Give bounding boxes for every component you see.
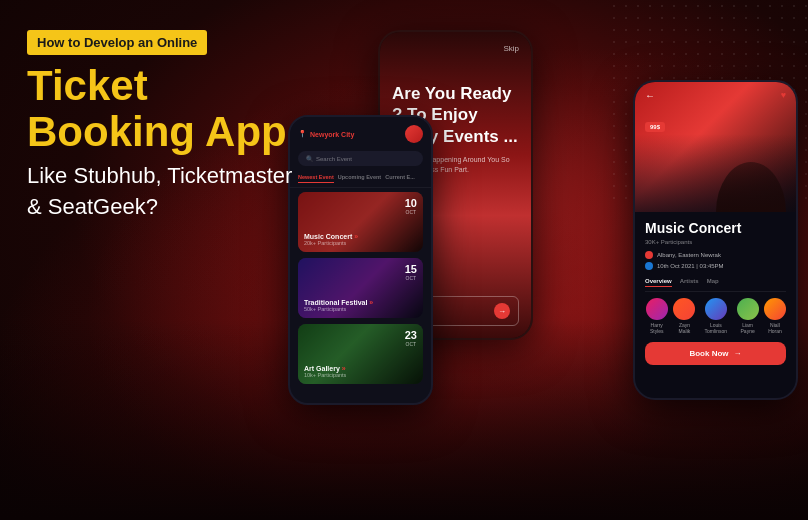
subtitle-line2: & SeatGeek?	[27, 194, 158, 219]
event-detail-hero: ← ♥ 99$	[635, 82, 796, 212]
event-datetime-text: 10th Oct 2021 | 03:45PM	[657, 263, 724, 269]
tab-artists[interactable]: Artists	[680, 278, 699, 287]
event-participants-festival: 50k+ Participants	[304, 306, 417, 312]
artist-name-1: Harry Styles	[645, 322, 668, 334]
subtitle: Like Stubhub, Ticketmaster & SeatGeek?	[27, 161, 327, 223]
artist-5: Niall Horan	[764, 298, 786, 334]
artist-silhouette	[716, 112, 786, 212]
event-participants-gallery: 10k+ Participants	[304, 372, 417, 378]
tab-map[interactable]: Map	[707, 278, 719, 287]
event-datetime-row: 10th Oct 2021 | 03:45PM	[645, 262, 786, 270]
artist-name-2: Zayn Malik	[673, 322, 695, 334]
skip-label[interactable]: Skip	[392, 44, 519, 53]
book-now-button[interactable]: Book Now →	[645, 342, 786, 365]
artists-row: Harry Styles Zayn Malik Louis Tomlinson …	[645, 298, 786, 334]
detail-tabs: Overview Artists Map	[645, 278, 786, 292]
event-card-content-gallery: Art Gallery » 10k+ Participants	[298, 324, 423, 384]
artist-2: Zayn Malik	[673, 298, 695, 334]
favorite-button[interactable]: ♥	[781, 90, 786, 100]
artist-avatar-5	[764, 298, 786, 320]
event-participants-concert: 20k+ Participants	[304, 240, 417, 246]
event-detail-participants: 30K+ Participants	[645, 239, 786, 245]
tab-current[interactable]: Current E...	[385, 174, 415, 183]
event-title-concert: Music Concert »	[304, 233, 417, 240]
subtitle-line1: Like Stubhub, Ticketmaster	[27, 163, 292, 188]
next-arrow-icon: →	[494, 303, 510, 319]
hero-text-block: How to Develop an Online Ticket Booking …	[27, 30, 327, 223]
artist-avatar-3	[705, 298, 727, 320]
event-card-gallery[interactable]: Art Gallery » 10k+ Participants 23 Oct	[298, 324, 423, 384]
back-button[interactable]: ←	[645, 90, 655, 101]
artist-4: Liam Payne	[736, 298, 759, 334]
event-detail-title: Music Concert	[645, 220, 786, 237]
article-tag: How to Develop an Online	[27, 30, 207, 55]
book-now-label: Book Now	[689, 349, 728, 358]
artist-3: Louis Tomlinson	[700, 298, 731, 334]
event-card-festival[interactable]: Traditional Festival » 50k+ Participants…	[298, 258, 423, 318]
artist-1: Harry Styles	[645, 298, 668, 334]
event-location-text: Albany, Eastern Newrak	[657, 252, 721, 258]
phones-container: Skip Are You Ready ? To Enjoy Every Even…	[288, 0, 808, 520]
artist-avatar-2	[673, 298, 695, 320]
event-title-gallery: Art Gallery »	[304, 365, 417, 372]
calendar-icon	[645, 262, 653, 270]
event-location-row: Albany, Eastern Newrak	[645, 251, 786, 259]
main-title: Ticket Booking App	[27, 63, 327, 155]
artist-avatar-1	[646, 298, 668, 320]
event-card-content-festival: Traditional Festival » 50k+ Participants	[298, 258, 423, 318]
artist-name-4: Liam Payne	[736, 322, 759, 334]
phone-event-detail: ← ♥ 99$ Music Concert 30K+ Participants …	[633, 80, 798, 400]
price-badge: 99$	[645, 122, 665, 132]
user-avatar[interactable]	[405, 125, 423, 143]
tab-overview[interactable]: Overview	[645, 278, 672, 287]
event-title-festival: Traditional Festival »	[304, 299, 417, 306]
artist-avatar-4	[737, 298, 759, 320]
location-icon	[645, 251, 653, 259]
tab-upcoming[interactable]: Upcoming Event	[338, 174, 381, 183]
event-detail-body: Music Concert 30K+ Participants Albany, …	[635, 212, 796, 373]
artist-name-5: Niall Horan	[764, 322, 786, 334]
book-now-arrow-icon: →	[734, 349, 742, 358]
artist-name-3: Louis Tomlinson	[700, 322, 731, 334]
